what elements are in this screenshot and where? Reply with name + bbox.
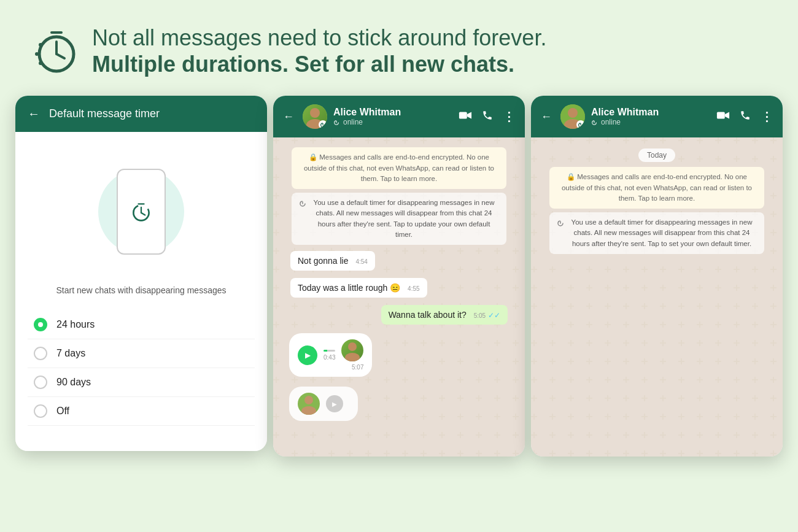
- phone3-chat-header: ← Alice Whitman: [531, 96, 783, 137]
- phone3-more-options-icon[interactable]: ⋮: [761, 109, 773, 124]
- video-call-icon[interactable]: [459, 110, 472, 124]
- voice-message-row-2: ▶: [284, 383, 514, 425]
- phone-illustration: [28, 156, 255, 267]
- phone3-chat-actions: ⋮: [716, 109, 773, 124]
- phone2-contact-info: Alice Whitman online: [333, 107, 452, 126]
- radio-label-24hours: 24 hours: [56, 319, 95, 330]
- voice-avatar: [341, 339, 363, 361]
- phones-container: ← Default message timer Start new chats …: [0, 96, 798, 457]
- svg-rect-22: [717, 112, 725, 118]
- avatar-timer-badge: [319, 120, 327, 129]
- phone3-back-icon[interactable]: ←: [541, 110, 552, 123]
- radio-label-90days: 90 days: [56, 377, 91, 388]
- message-bubble-1: Not gonna lie 4:54: [290, 251, 375, 271]
- phone3-contact-status: online: [591, 118, 710, 126]
- phone3-contact-name: Alice Whitman: [591, 107, 710, 118]
- phone-call-icon[interactable]: [482, 110, 493, 124]
- svg-rect-9: [459, 112, 467, 118]
- timer-notice-icon: [299, 198, 306, 210]
- message-row-2: Today was a little rough 😑 4:55: [284, 276, 514, 300]
- svg-point-12: [348, 342, 357, 351]
- phone2-back-icon[interactable]: ←: [283, 110, 294, 123]
- svg-point-1: [39, 43, 42, 47]
- more-options-icon[interactable]: ⋮: [503, 109, 515, 124]
- phone2-contact-status: online: [333, 118, 452, 126]
- phone1-header: ← Default message timer: [15, 96, 267, 132]
- radio-label-off: Off: [56, 406, 69, 417]
- radio-24hours[interactable]: 24 hours: [28, 310, 255, 339]
- svg-point-18: [568, 108, 578, 118]
- radio-7days[interactable]: 7 days: [28, 339, 255, 368]
- phone3-encryption-notice: 🔒 Messages and calls are end-to-end encr…: [549, 167, 764, 209]
- radio-circle-24hours[interactable]: [34, 318, 47, 331]
- phone3-phone-call-icon[interactable]: [740, 110, 751, 124]
- header-timer-icon: [31, 26, 80, 75]
- radio-label-7days: 7 days: [56, 348, 85, 359]
- phone2-mockup: ← Alice Whitman: [273, 96, 525, 457]
- avatar-timer-badge-3: [576, 120, 585, 129]
- header-text: Not all messages need to stick around fo…: [92, 25, 546, 77]
- headline2: Multiple durations. Set for all new chat…: [92, 51, 546, 77]
- phone3-video-call-icon[interactable]: [716, 110, 730, 124]
- phone3-avatar: [560, 104, 585, 129]
- radio-circle-90days[interactable]: [34, 376, 47, 389]
- phone1-title: Default message timer: [49, 107, 160, 120]
- phone3-timer-notice-icon: [557, 218, 564, 229]
- phone3-timer-notice: You use a default timer for disappearing…: [549, 212, 764, 254]
- phone2-avatar: [303, 104, 327, 129]
- svg-marker-23: [725, 112, 729, 118]
- svg-point-13: [345, 353, 360, 361]
- message-row-3: Wanna talk about it? 5:05 ✓✓: [284, 303, 514, 327]
- phone2-timer-notice: You use a default timer for disappearing…: [292, 193, 506, 245]
- phone2-contact-name: Alice Whitman: [333, 107, 452, 118]
- voice-waveform: [323, 350, 335, 352]
- phone1-body: Start new chats with disappearing messag…: [15, 132, 267, 451]
- radio-circle-off[interactable]: [34, 404, 47, 418]
- voice-message-bubble-2: ▶: [289, 387, 358, 421]
- phone3-contact-info: Alice Whitman online: [591, 107, 710, 126]
- svg-marker-10: [467, 112, 471, 118]
- voice-avatar-2: [298, 393, 320, 415]
- phone2-chat-actions: ⋮: [459, 109, 515, 124]
- header-section: Not all messages need to stick around fo…: [0, 0, 798, 96]
- play-button-2[interactable]: ▶: [326, 395, 343, 412]
- voice-duration: 0:43: [323, 354, 335, 361]
- voice-message-row: ▶ 0:43 5:07: [284, 330, 514, 380]
- timer-icon-svg: [130, 201, 152, 223]
- play-button[interactable]: ▶: [298, 345, 317, 365]
- svg-point-2: [35, 52, 39, 56]
- today-badge: Today: [638, 148, 675, 162]
- svg-point-15: [304, 396, 313, 404]
- voice-message-time: 5:07: [352, 364, 363, 371]
- message-bubble-2: Today was a little rough 😑 4:55: [290, 278, 427, 298]
- headline1: Not all messages need to stick around fo…: [92, 25, 546, 51]
- back-arrow-icon[interactable]: ←: [28, 107, 40, 121]
- phone2-chat-body: 🔒 Messages and calls are end-to-end encr…: [273, 137, 525, 457]
- message-row-1: Not gonna lie 4:54: [284, 249, 514, 273]
- message-checkmarks: ✓✓: [488, 311, 500, 320]
- phone2-encryption-notice: 🔒 Messages and calls are end-to-end encr…: [292, 147, 506, 189]
- svg-point-3: [39, 61, 42, 65]
- radio-circle-7days[interactable]: [34, 347, 47, 360]
- phone1-mockup: ← Default message timer Start new chats …: [15, 96, 267, 451]
- voice-message-bubble: ▶ 0:43 5:07: [289, 333, 372, 377]
- phone3-mockup: ← Alice Whitman: [531, 96, 783, 457]
- message-bubble-3: Wanna talk about it? 5:05 ✓✓: [381, 305, 508, 325]
- radio-off[interactable]: Off: [28, 397, 255, 426]
- radio-90days[interactable]: 90 days: [28, 368, 255, 397]
- phone2-chat-header: ← Alice Whitman: [273, 96, 525, 137]
- phone3-chat-body: Today 🔒 Messages and calls are end-to-en…: [531, 137, 783, 457]
- inner-phone: [117, 169, 166, 255]
- svg-point-5: [310, 108, 320, 118]
- phone1-subtitle: Start new chats with disappearing messag…: [28, 285, 255, 295]
